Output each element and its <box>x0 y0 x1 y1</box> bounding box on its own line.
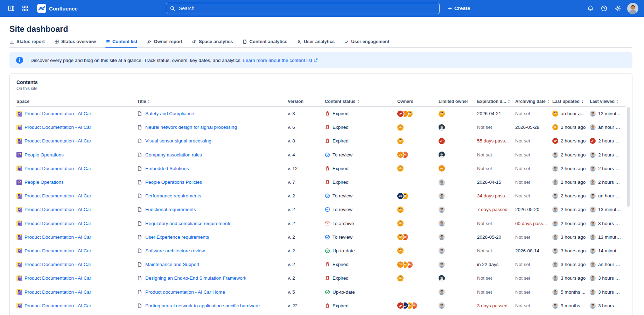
avatar-man[interactable] <box>552 275 558 281</box>
avatar-man[interactable] <box>590 261 596 267</box>
notifications-button[interactable] <box>585 3 596 14</box>
page-link[interactable]: User Experience requirements <box>145 234 209 240</box>
column-header-last-updated[interactable]: Last updated <box>552 99 590 104</box>
avatar-jp[interactable]: JP <box>590 138 596 144</box>
space-link[interactable]: Product Documentation - AI Car <box>24 193 91 198</box>
avatar-man[interactable] <box>439 234 445 240</box>
avatar-boy[interactable] <box>397 206 404 213</box>
page-link[interactable]: Company association rules <box>145 152 202 158</box>
avatar-man[interactable] <box>439 193 445 199</box>
column-header-title[interactable]: Title <box>137 99 288 104</box>
learn-more-link[interactable]: Learn more about the content list <box>243 58 317 63</box>
avatar-boy[interactable] <box>552 124 558 130</box>
page-link[interactable]: Safety and Compliance <box>145 111 194 116</box>
tab-space-analytics[interactable]: Space analytics <box>192 39 233 47</box>
page-link[interactable]: Performance requirements <box>145 193 201 198</box>
avatar-man[interactable] <box>590 303 596 309</box>
space-link[interactable]: Product Documentation - AI Car <box>24 234 91 240</box>
search-bar[interactable] <box>166 3 440 14</box>
space-link[interactable]: Product Documentation - AI Car <box>24 125 91 130</box>
tab-user-analytics[interactable]: User analytics <box>297 39 335 47</box>
search-input[interactable] <box>178 5 436 12</box>
page-link[interactable]: People Operations Policies <box>145 180 202 185</box>
avatar-man[interactable] <box>552 220 558 226</box>
avatar-man[interactable] <box>590 220 596 226</box>
sidebar-toggle-button[interactable] <box>6 3 17 14</box>
avatar-man[interactable] <box>439 302 445 309</box>
confluence-home-link[interactable]: Confluence <box>37 4 78 13</box>
avatar-man[interactable] <box>590 275 596 281</box>
avatar-boy[interactable] <box>397 138 404 144</box>
avatar-man[interactable] <box>439 179 445 186</box>
help-button[interactable] <box>598 3 610 14</box>
space-link[interactable]: Product Documentation - AI Car <box>24 289 91 295</box>
page-link[interactable]: Embedded Solutions <box>145 166 189 171</box>
tab-content-list[interactable]: Content list <box>105 39 138 47</box>
column-header-expiration-d[interactable]: Expiration d... <box>477 99 515 104</box>
avatar-boy[interactable] <box>397 220 404 226</box>
page-link[interactable]: Neural network design for signal process… <box>145 125 237 130</box>
space-link[interactable]: People Operations <box>24 180 64 185</box>
space-link[interactable]: Product Documentation - AI Car <box>24 111 91 116</box>
avatar-man[interactable] <box>590 206 596 212</box>
settings-button[interactable] <box>612 3 623 14</box>
column-header-archiving-date[interactable]: Archiving date <box>515 99 552 104</box>
avatar-man[interactable] <box>590 111 596 117</box>
avatar-jp[interactable]: JP <box>552 138 558 144</box>
tab-status-overview[interactable]: Status overview <box>54 39 96 47</box>
avatar-man[interactable] <box>439 289 445 295</box>
app-switcher-button[interactable] <box>20 3 31 14</box>
scrollbar-thumb[interactable] <box>627 107 630 207</box>
avatar-man[interactable] <box>439 247 445 254</box>
space-link[interactable]: Product Documentation - AI Car <box>24 248 91 253</box>
avatar-boy[interactable] <box>439 111 445 117</box>
tab-user-engagement[interactable]: User engagement <box>344 39 389 47</box>
avatar-man[interactable] <box>552 234 558 240</box>
page-link[interactable]: Designing an End-to-End Simulation Frame… <box>145 275 246 281</box>
user-avatar[interactable] <box>627 3 638 14</box>
page-link[interactable]: Porting neural network to application sp… <box>145 303 260 308</box>
space-link[interactable]: People Operations <box>24 152 64 158</box>
column-header-content-status[interactable]: Content status <box>325 99 397 104</box>
tab-owner-report[interactable]: Owner report <box>147 39 182 47</box>
avatar-man[interactable] <box>552 166 558 172</box>
page-link[interactable]: Regulatory and compliance requirements <box>145 221 231 226</box>
avatar-man[interactable] <box>552 289 558 295</box>
space-link[interactable]: Product Documentation - AI Car <box>24 303 91 308</box>
avatar-navy[interactable] <box>439 275 445 281</box>
avatar-man[interactable] <box>552 303 558 309</box>
page-link[interactable]: Visual sensor signal processing <box>145 138 211 144</box>
page-link[interactable]: Software architecture review <box>145 248 205 253</box>
avatar-man[interactable] <box>590 179 596 185</box>
page-link[interactable]: Product documentation - AI Car Home <box>145 289 225 295</box>
avatar-boy[interactable] <box>397 247 404 254</box>
avatar-man[interactable] <box>590 124 596 130</box>
tab-status-report[interactable]: Status report <box>9 39 45 47</box>
tab-content-analytics[interactable]: Content analytics <box>243 39 287 47</box>
avatar-boy[interactable] <box>397 124 404 131</box>
avatar-navy[interactable] <box>439 152 445 158</box>
space-link[interactable]: Product Documentation - AI Car <box>24 275 91 281</box>
avatar-dt[interactable]: DT <box>397 261 404 268</box>
space-link[interactable]: Product Documentation - AI Car <box>24 138 91 144</box>
avatar-man[interactable] <box>590 152 596 158</box>
avatar-man[interactable] <box>590 166 596 172</box>
avatar-man[interactable] <box>552 179 558 185</box>
avatar-man[interactable] <box>439 261 445 268</box>
column-header-last-viewed[interactable]: Last viewed <box>590 99 625 104</box>
avatar-jp[interactable]: JP <box>439 138 445 144</box>
avatar-boy[interactable] <box>552 111 558 117</box>
create-button[interactable]: + Create <box>446 5 472 12</box>
page-link[interactable]: Maintenance and Support <box>145 262 200 267</box>
avatar-man[interactable] <box>590 234 596 240</box>
avatar-boy[interactable] <box>397 275 404 281</box>
space-link[interactable]: Product Documentation - AI Car <box>24 262 91 267</box>
space-link[interactable]: Product Documentation - AI Car <box>24 207 91 212</box>
avatar-cj[interactable]: CJ <box>397 193 404 199</box>
space-link[interactable]: Product Documentation - AI Car <box>24 166 91 171</box>
avatar-man[interactable] <box>552 261 558 267</box>
avatar-man[interactable] <box>552 152 558 158</box>
avatar-man[interactable] <box>552 206 558 212</box>
avatar-navy[interactable] <box>439 124 445 131</box>
page-link[interactable]: Functional requirements <box>145 207 196 212</box>
